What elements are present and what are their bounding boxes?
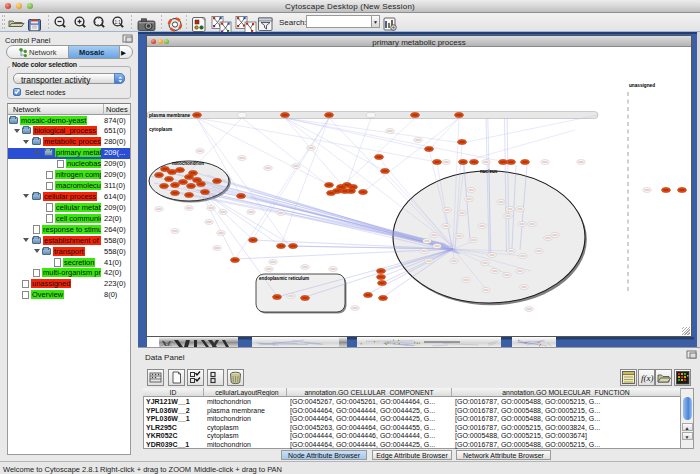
svg-text:plasma membrane: plasma membrane	[149, 113, 191, 118]
svg-text:1:1: 1:1	[114, 20, 121, 25]
svg-text:f(x): f(x)	[641, 373, 654, 383]
svg-text:endoplasmic reticulum: endoplasmic reticulum	[259, 276, 309, 281]
svg-text:cytoplasm: cytoplasm	[149, 127, 172, 132]
svg-text:unassigned: unassigned	[629, 83, 655, 88]
